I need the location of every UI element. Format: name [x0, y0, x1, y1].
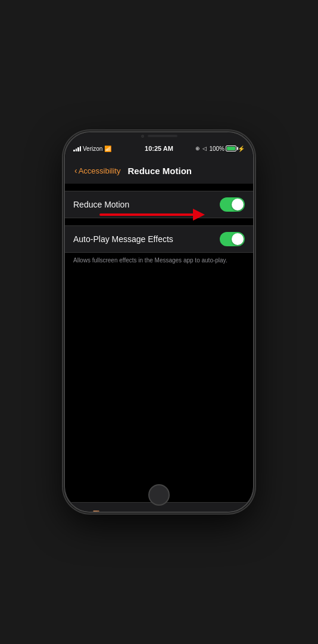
- chevron-left-icon: ‹: [74, 166, 77, 175]
- toggle-knob: [232, 199, 244, 210]
- charging-icon: ⚡: [238, 145, 245, 152]
- nav-bar: ‹ Accessibility Reduce Motion: [65, 157, 253, 184]
- auto-play-section: Auto-Play Message Effects Allows fullscr…: [65, 225, 253, 271]
- time-display: 10:25 AM: [145, 145, 173, 152]
- status-bar: Verizon 📶 10:25 AM ⊕ ◁ 100% ⚡: [65, 140, 253, 157]
- discover-icon: ➤: [217, 510, 227, 512]
- scrollable-content: Reduce Motion Auto-Play Message Effects: [65, 184, 253, 502]
- auto-play-toggle[interactable]: [220, 232, 245, 246]
- battery-icon: [226, 145, 236, 151]
- home-button[interactable]: [148, 484, 170, 506]
- carrier-label: Verizon: [83, 145, 102, 152]
- auto-play-description: Allows fullscreen effects in the Message…: [65, 253, 253, 271]
- page-title: Reduce Motion: [127, 166, 192, 176]
- tab-face-gallery[interactable]: ◎ Face Gallery: [127, 510, 190, 512]
- back-label: Accessibility: [79, 166, 121, 175]
- main-content: Reduce Motion Auto-Play Message Effects: [65, 184, 253, 512]
- top-sensor-area: [65, 132, 253, 140]
- battery-percent: 100%: [209, 145, 225, 152]
- location-icon: ⊕: [195, 145, 200, 151]
- tab-discover[interactable]: ➤ Discover: [191, 510, 253, 512]
- reduce-motion-toggle[interactable]: [220, 197, 245, 212]
- battery-display: 100% ⚡: [209, 145, 245, 152]
- reduce-motion-section: Reduce Motion: [65, 191, 253, 218]
- auto-play-row: Auto-Play Message Effects: [65, 225, 253, 253]
- signal-icon: [73, 145, 81, 151]
- auto-play-label: Auto-Play Message Effects: [73, 234, 173, 244]
- battery-fill: [227, 147, 235, 150]
- back-button[interactable]: ‹ Accessibility: [74, 166, 120, 175]
- navigation-icon: ◁: [202, 145, 207, 151]
- phone-outer: Verizon 📶 10:25 AM ⊕ ◁ 100% ⚡ ‹ Acce: [64, 131, 254, 513]
- reduce-motion-row: Reduce Motion: [65, 191, 253, 218]
- wifi-icon: 📶: [104, 145, 111, 152]
- toggle-knob-2: [232, 233, 244, 245]
- face-gallery-icon: ◎: [154, 510, 164, 512]
- camera-dot: [141, 135, 144, 138]
- speaker-bar: [148, 135, 177, 137]
- phone-screen: Verizon 📶 10:25 AM ⊕ ◁ 100% ⚡ ‹ Acce: [65, 132, 253, 512]
- reduce-motion-label: Reduce Motion: [73, 200, 129, 209]
- tab-my-watch[interactable]: ⌚ My Watch: [65, 510, 127, 512]
- my-watch-icon: ⌚: [89, 510, 104, 512]
